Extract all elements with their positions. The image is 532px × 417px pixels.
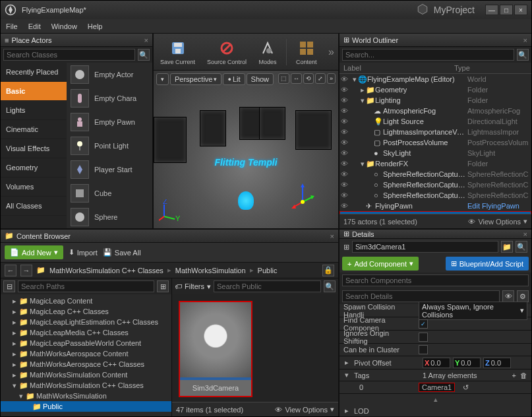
actor-item[interactable]: Point Light [67,134,152,158]
outliner-col-label[interactable]: Label [343,64,454,72]
lod-section[interactable]: ▸ LOD [340,405,531,417]
maximize-button[interactable]: □ [500,5,513,15]
toolbar-overflow-icon[interactable]: » [328,46,334,58]
save-all-button[interactable]: 💾 Save All [103,248,141,257]
clear-tags-icon[interactable]: 🗑 [520,371,527,379]
outliner-row[interactable]: 👁○SphereReflectionCaptureRightSphereRefl… [340,190,531,201]
close-icon[interactable]: × [523,230,527,238]
close-icon[interactable]: × [523,36,527,44]
visibility-eye-icon[interactable]: 👁 [341,86,350,94]
breadcrumb[interactable]: MathWorksSimulation [175,267,246,274]
actor-item[interactable]: Sphere [67,205,152,228]
pivot-y-input[interactable]: Y0.0 [453,358,481,368]
hierarchy-icon[interactable]: ⊟ [3,280,15,292]
visibility-eye-icon[interactable]: 👁 [341,202,350,210]
translate-gizmo-icon[interactable] [289,182,316,210]
visibility-eye-icon[interactable]: 👁 [341,128,350,136]
tree-item[interactable]: ▸📁MagicLeapMedia C++ Classes [1,327,171,338]
search-details-input[interactable] [342,290,500,302]
expand-icon[interactable]: ▸ [343,358,350,367]
visibility-eye-icon[interactable]: 👁 [341,170,350,178]
menu-edit[interactable]: Edit [28,22,41,30]
viewport-menu-icon[interactable]: ▾ [156,73,169,85]
visibility-eye-icon[interactable]: 👁 [341,181,350,189]
outliner-row[interactable]: 👁▾📁LightingFolder [340,95,531,106]
visibility-eye-icon[interactable]: 👁 [341,160,350,168]
actor-item[interactable]: Player Start [67,158,152,181]
lock-icon[interactable]: 🔒 [322,265,334,276]
tree-item[interactable]: ▸📁MagicLeapPassableWorld Content [1,338,171,348]
row-type[interactable]: Edit FlyingPawn [467,202,519,210]
source-control-button[interactable]: Source Control [204,38,249,67]
tree-item[interactable]: ▸📁MagicLeap C++ Classes [1,306,171,317]
breadcrumb[interactable]: Public [258,267,278,274]
category-item[interactable]: Cinematic [1,120,67,139]
find-camera-checkbox[interactable] [419,319,428,329]
outliner-row[interactable]: 👁▸📁GeometryFolder [340,84,531,95]
category-item[interactable]: Lights [1,101,67,120]
actor-item[interactable]: Empty Chara [67,86,152,110]
lit-dropdown[interactable]: ● Lit [223,73,245,85]
actor-item[interactable]: Cube [67,181,152,205]
tree-item[interactable]: ▸📁MagicLeap Content [1,296,171,306]
vp-tool-5[interactable]: » [327,73,336,84]
tag-value-input[interactable]: Camera1 [419,383,455,392]
add-component-button[interactable]: + Add Component ▾ [342,257,419,271]
outliner-row[interactable]: 👁▢LightmassImportanceVolumeLightmassImpo… [340,127,531,137]
settings-icon[interactable]: ⚙ [517,290,529,302]
visibility-eye-icon[interactable]: 👁 [341,191,350,199]
vp-tool-1[interactable]: ⬚ [278,73,289,84]
show-dropdown[interactable]: Show [247,73,274,85]
outliner-col-type[interactable]: Type [454,64,470,72]
minimize-button[interactable]: — [485,5,498,15]
blueprint-button[interactable]: ⊞ Blueprint/Add Script [446,257,529,271]
actor-item[interactable]: Empty Actor [67,63,152,86]
breadcrumb[interactable]: MathWorksSimulation C++ Classes [49,267,163,274]
view-options-dropdown[interactable]: View Options [478,218,521,226]
modes-button[interactable]: Modes [256,38,280,67]
outliner-row[interactable]: 👁○SphereReflectionCaptureLeftSphereRefle… [340,179,531,190]
search-icon[interactable]: 🔍 [324,280,336,292]
search-icon[interactable]: 🔍 [517,49,529,61]
tree-item[interactable]: ▾📁MathWorksSimulation [1,391,171,401]
tree-item[interactable]: ▸📁MathWorksSimulation Content [1,369,171,380]
asset-tile[interactable]: Sim3dCamera [179,301,252,397]
search-icon[interactable]: 🔍 [138,49,150,61]
can-cluster-checkbox[interactable] [419,345,428,354]
close-icon[interactable]: × [330,232,334,240]
category-item[interactable]: Visual Effects [1,139,67,158]
view-options-dropdown[interactable]: View Options [285,406,328,414]
add-new-button[interactable]: 📄 Add New ▾ [5,245,63,259]
vp-tool-3[interactable]: ⟲ [303,73,314,84]
close-icon[interactable]: × [144,36,148,44]
add-tag-icon[interactable]: + [512,371,516,379]
menu-help[interactable]: Help [88,22,103,30]
search-classes-input[interactable] [3,49,135,61]
visibility-eye-icon[interactable]: 👁 [341,139,350,146]
outliner-row[interactable]: 👁💡Light SourceDirectionalLight [340,116,531,127]
nav-fwd-button[interactable]: → [20,265,32,276]
visibility-eye-icon[interactable]: 👁 [341,75,350,83]
search-assets-input[interactable] [214,280,321,292]
outliner-row[interactable]: 👁▾🌐FlyingExampleMap (Editor)World [340,74,531,84]
outliner-row[interactable]: 👁▢PostProcessVolumePostProcessVolum [340,137,531,148]
tree-item[interactable]: ▾📁MathWorksSimulation C++ Classes [1,380,171,391]
ignore-origin-checkbox[interactable] [419,333,428,342]
outliner-row[interactable]: 👁●SkyLightSkyLight [340,148,531,158]
perspective-dropdown[interactable]: Perspective ▾ [170,73,222,85]
pivot-x-input[interactable]: X0.0 [423,358,450,368]
visibility-eye-icon[interactable]: 👁 [341,149,350,157]
visibility-eye-icon[interactable]: 👁 [341,107,350,115]
actor-name-input[interactable] [352,241,498,253]
reset-icon[interactable]: ↺ [463,383,469,392]
category-item[interactable]: Recently Placed [1,63,67,82]
tree-item[interactable]: 📁Public [1,401,171,412]
visibility-eye-icon[interactable]: 👁 [341,96,350,104]
filters-dropdown[interactable]: 🏷 Filters ▾ [175,282,211,291]
outliner-search-input[interactable] [342,49,514,61]
search-components-input[interactable] [342,274,529,286]
expand-icon[interactable]: ▾ [343,371,350,379]
category-item[interactable]: Geometry [1,158,67,177]
menu-file[interactable]: File [6,22,18,30]
outliner-row[interactable]: 👁▾📁RenderFXFolder [340,158,531,169]
